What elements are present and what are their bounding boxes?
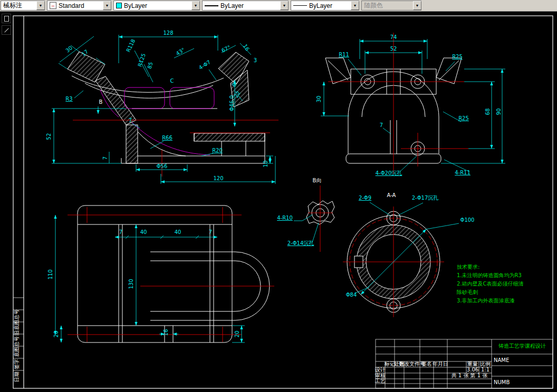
dim-label: 2-Φ17沉孔 — [412, 195, 439, 201]
chevron-down-icon[interactable]: ▼ — [191, 1, 200, 10]
plot-style-combo: 随颜色 ▼ — [361, 1, 421, 11]
dim-label: C — [170, 78, 174, 84]
dim-label: 2-Φ14沉孔 — [287, 240, 314, 246]
tech-req-line: 3.非加工内外表面涂底漆 — [457, 298, 515, 303]
drawing-canvas[interactable]: 1283017R118R12543°4-Φ767°1685C8223Φ46.0B… — [0, 0, 557, 392]
lineweight-value: ByLayer — [309, 2, 349, 9]
top-view-centerlines — [328, 33, 468, 174]
b-view-outline — [306, 201, 334, 224]
dim-label: 7 — [380, 122, 383, 128]
view-title-aa: A-A — [387, 192, 396, 198]
dim-label: 130 — [128, 279, 134, 289]
dim-label: R20 — [212, 148, 223, 153]
dim-label: 40 — [140, 229, 147, 235]
top-toolbar: 械标注 ▼ ↔ Standard ▼ ByLayer ▼ ByLayer ▼ B… — [0, 0, 557, 12]
chevron-down-icon[interactable]: ▼ — [103, 1, 111, 10]
tool-icon — [4, 28, 8, 32]
side-view-dimensions — [55, 215, 245, 342]
dim-label: 4-R11 — [455, 170, 470, 175]
dim-label: 7 — [102, 156, 108, 160]
dim-label: 旧底图总号 — [14, 309, 20, 336]
dim-label: 68 — [485, 109, 491, 115]
dim-label: 7 — [119, 229, 122, 235]
dim-label: 工艺 — [375, 378, 386, 384]
plot-style-value: 随颜色 — [364, 1, 411, 10]
dim-label: 共 1 张 第 1 张 — [452, 373, 488, 378]
drawing-labels: 1283017R118R12543°4-Φ767°1685C8223Φ46.0B… — [14, 30, 546, 385]
dim-label: 20 — [234, 331, 240, 338]
dim-label: 设计 — [374, 367, 386, 373]
lineweight-line-icon — [293, 5, 307, 6]
dim-label: 4-Φ7 — [198, 59, 212, 71]
dim-label: 10 — [263, 161, 268, 168]
dim-label: R3 — [65, 96, 72, 102]
side-view — [55, 205, 274, 342]
dim-label: R66 — [162, 135, 172, 141]
dim-label: 4-Φ20沉孔 — [376, 170, 402, 176]
front-hatched-sections — [68, 52, 265, 163]
left-toolbar — [0, 12, 13, 392]
dim-label: Φ56 — [157, 163, 168, 169]
dim-label: 110 — [47, 269, 53, 279]
dim-label: 52 — [46, 133, 52, 140]
linetype-combo[interactable]: ByLayer ▼ — [202, 1, 289, 11]
annotation-style-value: 械标注 — [3, 1, 35, 10]
dim-label: 年月日 — [433, 361, 448, 367]
title-block-weight: 3.06 — [467, 367, 478, 373]
dim-label: R125 — [137, 53, 147, 67]
title-block-numb: NUMB — [494, 379, 510, 385]
dim-label: 重量 — [467, 361, 478, 367]
lineweight-combo[interactable]: ByLayer ▼ — [291, 1, 359, 11]
view-title-b: B向 — [313, 178, 322, 183]
dim-label: 120 — [213, 175, 223, 181]
tool-icon — [4, 16, 9, 22]
side-view-centerlines — [68, 207, 274, 342]
tech-req-line: 2.箱内壁及C表面必须仔细清 — [457, 281, 524, 287]
dim-label: 30 — [316, 96, 322, 103]
b-view-leaders — [294, 215, 319, 242]
dim-label: 比例 — [480, 361, 491, 367]
dim-label: 20 — [53, 331, 59, 338]
dim-label: 85 — [147, 62, 154, 70]
color-control-combo[interactable]: ByLayer ▼ — [113, 1, 200, 11]
dim-label: 签名 — [421, 361, 432, 367]
dim-style-icon: ↔ — [50, 2, 56, 9]
dim-label: Φ84 — [346, 292, 357, 298]
title-block-scale: 1:1 — [481, 367, 489, 373]
title-block-name: NAME — [494, 357, 509, 363]
tech-req-line: 除砂毛刺 — [457, 289, 478, 295]
dim-label: B — [99, 99, 103, 105]
dim-style-combo[interactable]: ↔ Standard ▼ — [47, 1, 111, 11]
a-a-section-view — [343, 202, 459, 317]
left-toolbar-button-1[interactable] — [2, 14, 11, 23]
tech-req-title: 技术要求: — [457, 264, 479, 270]
dim-label: 7 — [129, 117, 132, 123]
color-swatch-icon — [116, 3, 122, 8]
linetype-line-icon — [205, 5, 218, 6]
annotation-style-combo[interactable]: 械标注 ▼ — [1, 1, 45, 11]
dim-label: 90 — [496, 109, 502, 115]
dim-label: 签字 — [14, 359, 20, 369]
dim-label: 40 — [175, 229, 181, 235]
chevron-down-icon[interactable]: ▼ — [280, 1, 289, 10]
dim-label: 128 — [163, 30, 173, 36]
dim-label: 3 — [254, 57, 257, 63]
dim-label: 16 — [242, 43, 251, 52]
chevron-down-icon[interactable]: ▼ — [36, 1, 45, 10]
dim-label: 底图总号 — [14, 336, 20, 357]
dim-style-value: Standard — [59, 2, 101, 9]
dim-label: Φ46.0 — [229, 95, 235, 111]
dim-label: 67° — [220, 44, 232, 53]
title-block-project: 铸造工艺学课程设计 — [498, 343, 546, 349]
dim-label: R25 — [458, 115, 469, 121]
linetype-value: ByLayer — [220, 2, 278, 9]
tech-req-line: 1.未注明的铸造圆角均为R3 — [457, 272, 522, 278]
chevron-down-icon[interactable]: ▼ — [351, 1, 359, 10]
color-value: ByLayer — [124, 2, 190, 9]
dim-label: R11 — [339, 52, 349, 57]
dim-label: 52 — [390, 46, 397, 52]
dim-label: 30 — [64, 45, 73, 54]
dim-label: 2-Φ9 — [359, 195, 371, 201]
dim-label: 标记 — [384, 361, 395, 367]
left-toolbar-button-2[interactable] — [2, 25, 11, 35]
